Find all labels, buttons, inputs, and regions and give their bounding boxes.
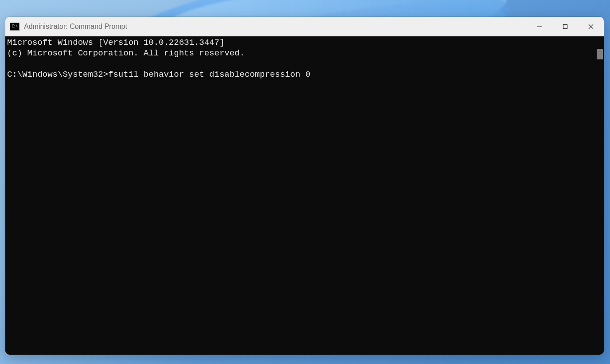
close-button[interactable] [578,17,604,36]
maximize-icon [563,24,568,29]
svg-rect-1 [563,25,567,29]
minimize-icon [537,24,542,29]
cmd-icon [10,23,20,31]
console-prompt: C:\Windows\System32> [7,70,108,79]
window-controls [527,17,604,36]
console-area: Microsoft Windows [Version 10.0.22631.34… [5,36,604,355]
console-output[interactable]: Microsoft Windows [Version 10.0.22631.34… [5,36,593,355]
console-line-version: Microsoft Windows [Version 10.0.22631.34… [7,38,224,47]
maximize-button[interactable] [552,17,578,36]
close-icon [588,24,594,29]
scrollbar-thumb[interactable] [597,49,603,59]
scrollbar-track[interactable] [593,36,604,355]
minimize-button[interactable] [527,17,552,36]
console-line-copyright: (c) Microsoft Corporation. All rights re… [7,48,245,58]
window-title: Administrator: Command Prompt [24,23,127,31]
console-command: fsutil behavior set disablecompression 0 [108,70,310,79]
command-prompt-window: Administrator: Command Prompt Microsoft … [5,17,604,355]
titlebar[interactable]: Administrator: Command Prompt [5,17,604,36]
